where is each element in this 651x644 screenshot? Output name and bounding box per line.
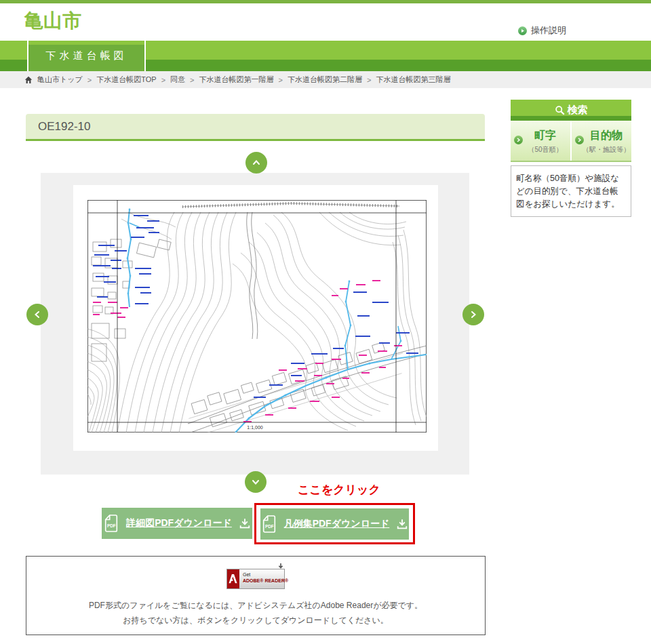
adobe-logo-icon <box>227 569 239 588</box>
search-tab-landmark-sublabel: （駅・施設等） <box>581 145 631 155</box>
search-tab-town-label: 町字 <box>520 129 570 143</box>
download-icon <box>396 519 408 530</box>
breadcrumb-item[interactable]: 亀山市トップ <box>37 75 83 85</box>
top-accent-bar <box>0 0 651 3</box>
download-icon <box>239 518 251 529</box>
breadcrumb-item-current: 下水道台帳図第三階層 <box>376 75 450 85</box>
search-header: 検索 <box>511 100 631 121</box>
nav-tab-sewer-ledger[interactable]: 下水道台帳図 <box>27 41 146 71</box>
breadcrumb-separator: > <box>161 76 165 84</box>
adobe-note-line1: PDF形式のファイルをご覧になるには、アドビシステムズ社のAdobe Reade… <box>89 600 422 611</box>
breadcrumb-separator: > <box>190 76 194 84</box>
site-title: 亀山市 <box>24 8 81 34</box>
home-icon <box>24 76 33 84</box>
pan-down-button[interactable] <box>245 471 267 493</box>
map-image: 1:1,000 <box>87 200 427 432</box>
search-icon <box>555 105 566 116</box>
pdf-file-icon: PDF <box>261 515 277 534</box>
adobe-reader-box: Get ADOBE® READER® PDF形式のファイルをご覧になるには、アド… <box>26 556 486 635</box>
arrow-bullet-icon <box>575 136 584 144</box>
adobe-note-line2: お持ちでない方は、ボタンをクリックしてダウンロードしてください。 <box>123 615 389 626</box>
badge-download-icon <box>277 563 284 571</box>
legend-pdf-download-button[interactable]: PDF 凡例集PDFダウンロード <box>260 508 409 540</box>
chevron-up-icon <box>251 157 262 168</box>
breadcrumb-item[interactable]: 下水道台帳図TOP <box>96 75 156 85</box>
help-link[interactable]: 操作説明 <box>518 24 566 37</box>
pdf-file-icon: PDF <box>103 514 119 533</box>
breadcrumb: 亀山市トップ > 下水道台帳図TOP > 同意 > 下水道台帳図第一階層 > 下… <box>0 71 651 88</box>
search-tab-town[interactable]: 町字 （50音順） <box>511 121 572 161</box>
pan-left-button[interactable] <box>26 304 48 325</box>
click-here-annotation: ここをクリック <box>285 482 393 498</box>
search-header-label: 検索 <box>568 104 588 117</box>
page-title-text: OE192-10 <box>38 120 91 134</box>
search-tab-town-sublabel: （50音順） <box>520 145 570 155</box>
breadcrumb-item[interactable]: 下水道台帳図第二階層 <box>288 75 362 85</box>
chevron-left-icon <box>32 309 43 320</box>
chevron-right-icon <box>468 309 479 320</box>
adobe-badge-text: Get ADOBE® READER® <box>239 569 290 588</box>
breadcrumb-separator: > <box>367 76 371 84</box>
main-nav: 下水道台帳図 <box>0 41 651 71</box>
adobe-get-label: Get <box>243 572 288 578</box>
svg-text:PDF: PDF <box>265 524 274 529</box>
search-tabs: 町字 （50音順） 目的物 （駅・施設等） <box>511 121 631 162</box>
help-arrow-icon <box>518 26 527 35</box>
page-title: OE192-10 <box>26 114 485 141</box>
search-sidebar: 検索 町字 （50音順） 目的物 （駅・施設等） 町名称（50音順）や施設などの… <box>511 100 631 217</box>
adobe-reader-label: ADOBE® READER® <box>243 578 288 584</box>
arrow-bullet-icon <box>514 136 523 144</box>
get-adobe-reader-button[interactable]: Get ADOBE® READER® <box>226 569 285 589</box>
breadcrumb-item[interactable]: 下水道台帳図第一階層 <box>199 75 274 85</box>
pan-right-button[interactable] <box>462 304 484 325</box>
map-scale-label: 1:1,000 <box>247 425 262 430</box>
svg-text:PDF: PDF <box>107 523 116 528</box>
download-button-label: 詳細図PDFダウンロード <box>126 517 232 529</box>
breadcrumb-separator: > <box>279 76 283 84</box>
detail-pdf-download-button[interactable]: PDF 詳細図PDFダウンロード <box>102 508 252 539</box>
nav-tab-label: 下水道台帳図 <box>46 49 127 62</box>
breadcrumb-separator: > <box>87 76 92 84</box>
pan-up-button[interactable] <box>245 152 267 174</box>
chevron-down-icon <box>250 477 261 487</box>
search-tab-landmark-label: 目的物 <box>581 129 631 143</box>
search-description: 町名称（50音順）や施設などの目的別で、下水道台帳図をお探しいただけます。 <box>511 165 631 217</box>
download-button-label: 凡例集PDFダウンロード <box>284 518 390 530</box>
search-tab-landmark[interactable]: 目的物 （駅・施設等） <box>572 121 631 161</box>
help-link-label: 操作説明 <box>531 24 566 37</box>
breadcrumb-item[interactable]: 同意 <box>170 75 185 85</box>
